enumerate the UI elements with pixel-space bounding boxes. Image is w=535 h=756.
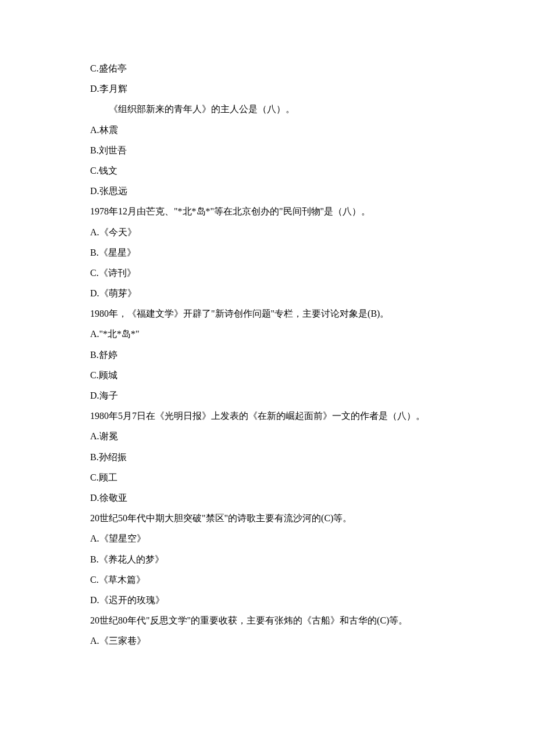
question-stem: 20世纪80年代"反思文学"的重要收获，主要有张炜的《古船》和古华的(C)等。	[90, 616, 445, 625]
option-c: C.顾城	[90, 371, 445, 380]
option-d: D.海子	[90, 391, 445, 400]
option-d: D.《萌芽》	[90, 289, 445, 298]
question-stem: 20世纪50年代中期大胆突破"禁区"的诗歌主要有流沙河的(C)等。	[90, 514, 445, 523]
option-b: B.刘世吾	[90, 146, 445, 155]
question-stem: 1980年5月7日在《光明日报》上发表的《在新的崛起面前》一文的作者是（八）。	[90, 411, 445, 421]
question-stem: 1980年，《福建文学》开辟了"新诗创作问题"专栏，主要讨论对象是(B)。	[90, 309, 445, 318]
option-a: A.《今天》	[90, 228, 445, 237]
option-a: A.谢冕	[90, 432, 445, 441]
question-stem: 1978年12月由芒克、"*北*岛*"等在北京创办的"民间刊物"是（八）。	[90, 207, 445, 216]
option-a: A."*北*岛*"	[90, 329, 445, 339]
question-stem: 《组织部新来的青年人》的主人公是（八）。	[90, 105, 445, 114]
option-c: C.钱文	[90, 166, 445, 175]
option-b: B.《星星》	[90, 248, 445, 257]
option-b: B.《养花人的梦》	[90, 555, 445, 564]
document-page: C.盛佑亭 D.李月辉 《组织部新来的青年人》的主人公是（八）。 A.林震 B.…	[0, 0, 535, 756]
option-c: C.盛佑亭	[90, 64, 445, 73]
option-c: C.《诗刊》	[90, 268, 445, 278]
option-a: A.林震	[90, 126, 445, 135]
option-d: D.徐敬亚	[90, 493, 445, 503]
option-b: B.舒婷	[90, 350, 445, 360]
option-b: B.孙绍振	[90, 453, 445, 462]
option-a: A.《三家巷》	[90, 636, 445, 646]
option-c: C.顾工	[90, 473, 445, 482]
option-d: D.李月辉	[90, 84, 445, 94]
option-c: C.《草木篇》	[90, 575, 445, 585]
option-a: A.《望星空》	[90, 534, 445, 543]
option-d: D.《迟开的玫瑰》	[90, 596, 445, 605]
option-d: D.张思远	[90, 187, 445, 196]
